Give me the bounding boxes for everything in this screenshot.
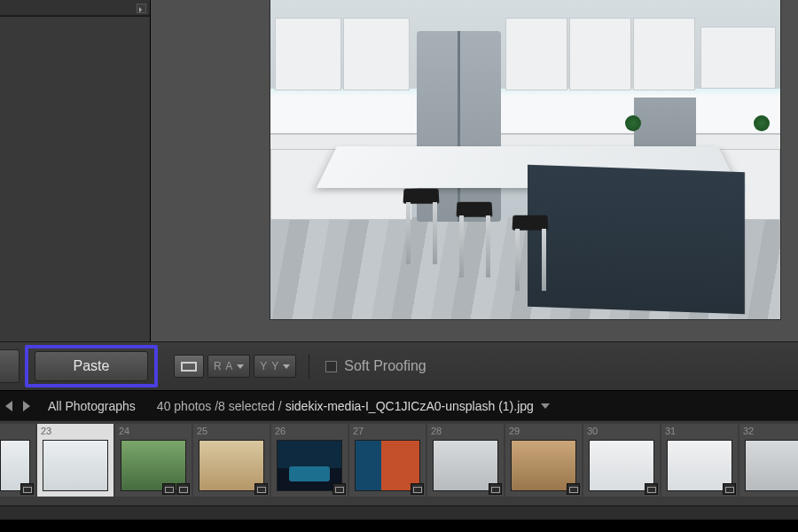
filmstrip-cell[interactable]: 25 <box>193 424 270 497</box>
main-photo[interactable] <box>270 0 780 319</box>
soft-proofing-toggle[interactable]: Soft Proofing <box>325 358 426 374</box>
adjust-badge-icon <box>254 483 268 495</box>
adjust-badge-icon <box>489 483 502 495</box>
paste-highlight: Paste <box>25 345 158 387</box>
thumbnail[interactable] <box>745 440 798 491</box>
filmstrip-cell[interactable]: 23 <box>37 424 113 497</box>
thumb-index: 26 <box>275 426 286 436</box>
filmstrip-cell[interactable]: 31 <box>661 424 738 497</box>
filmstrip-cell[interactable]: 26 <box>271 424 348 497</box>
toolbar: Paste R A Y Y Soft Proofing <box>0 341 798 390</box>
survey-label: Y Y <box>260 360 279 372</box>
soft-proofing-label: Soft Proofing <box>344 358 426 374</box>
thumb-index: 32 <box>743 426 754 436</box>
current-filename[interactable]: sidekix-media-I_QC1JICzA0-unsplash (1).j… <box>286 399 534 413</box>
paste-button[interactable]: Paste <box>35 351 148 381</box>
view-mode-group: R A Y Y Soft Proofing <box>174 354 426 379</box>
bottom-gutter <box>0 520 798 532</box>
thumb-index: 23 <box>41 426 51 436</box>
filmstrip[interactable]: 23 24 25 26 27 28 29 <box>0 420 798 505</box>
breadcrumb-bar: All Photographs 40 photos /8 selected / … <box>0 390 798 420</box>
collection-name[interactable]: All Photographs <box>48 399 136 413</box>
filmstrip-cell[interactable]: 24 <box>115 424 192 497</box>
adjust-badge-icon <box>332 483 346 495</box>
filmstrip-cell[interactable]: 32 <box>739 424 798 497</box>
adjust-badge-icon <box>567 483 580 495</box>
filmstrip-cell[interactable]: 28 <box>427 424 504 497</box>
photo-count: 40 photos /8 selected / <box>157 399 282 413</box>
thumbnail[interactable] <box>43 440 108 491</box>
chevron-down-icon <box>237 364 244 369</box>
adjust-badge-icon <box>20 483 34 495</box>
filename-dropdown-icon[interactable] <box>541 403 550 409</box>
loupe-icon <box>181 362 197 372</box>
adjust-badge-icon <box>162 483 176 495</box>
thumb-index: 25 <box>197 426 207 436</box>
chevron-down-icon <box>283 364 290 369</box>
panel-expand-icon[interactable] <box>137 4 146 13</box>
thumb-index: 30 <box>587 426 598 436</box>
thumb-index: 24 <box>119 426 129 436</box>
adjust-badge-icon <box>411 483 424 495</box>
copy-button-edge[interactable] <box>0 349 20 383</box>
thumb-index: 31 <box>665 426 676 436</box>
compare-label: R A <box>214 360 233 372</box>
adjust-badge-icon <box>645 483 658 495</box>
filmstrip-scrollbar[interactable] <box>0 505 798 520</box>
filmstrip-cell[interactable] <box>0 424 35 497</box>
filmstrip-cell[interactable]: 29 <box>505 424 582 497</box>
adjust-badge-icon <box>723 483 736 495</box>
thumb-index: 27 <box>353 426 364 436</box>
adjust-badge-icon <box>176 483 190 495</box>
thumb-index: 28 <box>431 426 442 436</box>
left-panel-body <box>0 17 150 341</box>
view-loupe-button[interactable] <box>174 355 204 378</box>
nav-back-button[interactable] <box>2 401 16 411</box>
view-compare-button[interactable]: R A <box>207 355 250 378</box>
toolbar-separator <box>309 354 309 379</box>
left-panel <box>0 0 151 341</box>
paste-label: Paste <box>74 358 110 374</box>
filmstrip-cell[interactable]: 27 <box>349 424 426 497</box>
nav-forward-button[interactable] <box>20 401 34 411</box>
thumb-index: 29 <box>509 426 520 436</box>
filmstrip-cell[interactable]: 30 <box>583 424 660 497</box>
view-survey-button[interactable]: Y Y <box>254 355 296 378</box>
preview-area[interactable] <box>151 0 798 341</box>
checkbox-icon <box>325 361 337 372</box>
